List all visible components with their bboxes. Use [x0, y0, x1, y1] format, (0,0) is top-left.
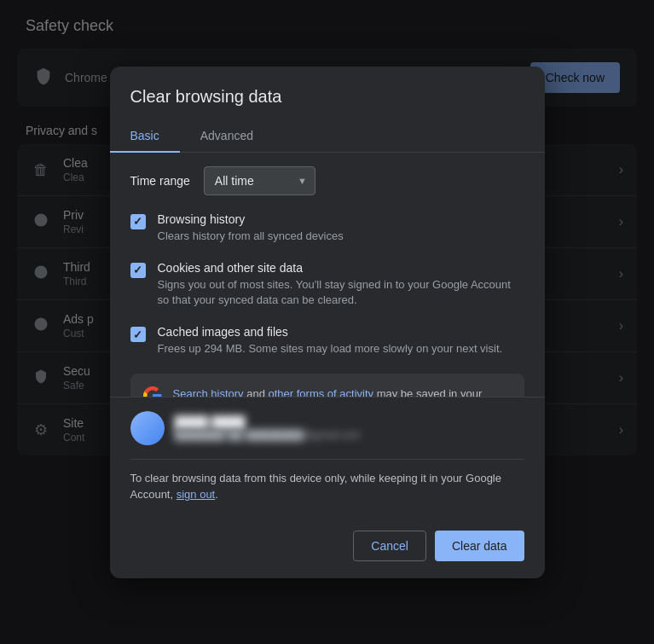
- dialog-tabs: Basic Advanced: [110, 120, 545, 153]
- sign-out-link[interactable]: sign out: [177, 488, 216, 501]
- dialog-content: Time range All time Last hour Last 24 ho…: [110, 153, 545, 397]
- cookies-text: Cookies and other site data Signs you ou…: [158, 261, 524, 308]
- cookies-description: Signs you out of most sites. You'll stay…: [158, 277, 524, 308]
- dialog-overlay: Clear browsing data Basic Advanced Time …: [0, 0, 654, 644]
- info-box-text: Search history and other forms of activi…: [173, 386, 512, 396]
- cookies-label: Cookies and other site data: [158, 261, 524, 275]
- user-info: ████ ████ ███████ ██ ████████@gmail.com: [175, 415, 524, 441]
- time-range-label: Time range: [130, 174, 190, 188]
- google-g-icon: [142, 386, 163, 396]
- search-history-link[interactable]: Search history: [173, 387, 244, 396]
- time-range-select-wrapper: All time Last hour Last 24 hours Last 7 …: [204, 166, 315, 195]
- cookies-checkbox[interactable]: [130, 263, 146, 278]
- cached-images-checkbox-item: Cached images and files Frees up 294 MB.…: [130, 325, 524, 357]
- time-range-select[interactable]: All time Last hour Last 24 hours Last 7 …: [204, 166, 315, 195]
- cookies-checkbox-item: Cookies and other site data Signs you ou…: [130, 261, 524, 308]
- browsing-history-checkbox-item: Browsing history Clears history from all…: [130, 212, 524, 244]
- clear-data-button[interactable]: Clear data: [435, 531, 524, 561]
- dialog-title: Clear browsing data: [110, 67, 545, 107]
- tab-basic[interactable]: Basic: [110, 120, 180, 153]
- time-range-row: Time range All time Last hour Last 24 ho…: [130, 166, 524, 195]
- clear-browsing-data-dialog: Clear browsing data Basic Advanced Time …: [110, 67, 545, 578]
- other-activity-link[interactable]: other forms of activity: [269, 387, 374, 396]
- avatar-image: [130, 411, 165, 445]
- sign-out-text: To clear browsing data from this device …: [110, 460, 545, 520]
- tab-advanced[interactable]: Advanced: [180, 120, 274, 153]
- browsing-history-checkbox[interactable]: [130, 214, 146, 229]
- cached-images-description: Frees up 294 MB. Some sites may load mor…: [158, 341, 524, 357]
- browsing-history-label: Browsing history: [158, 212, 524, 226]
- user-section: ████ ████ ███████ ██ ████████@gmail.com: [110, 397, 545, 459]
- browsing-history-text: Browsing history Clears history from all…: [158, 212, 524, 244]
- cached-images-checkbox[interactable]: [130, 327, 146, 342]
- user-email: ███████ ██ ████████@gmail.com: [175, 429, 524, 441]
- dialog-footer: Cancel Clear data: [110, 520, 545, 578]
- user-name: ████ ████: [175, 415, 524, 429]
- cached-images-text: Cached images and files Frees up 294 MB.…: [158, 325, 524, 357]
- google-account-info-box: Search history and other forms of activi…: [130, 374, 524, 396]
- avatar: [130, 411, 165, 445]
- cached-images-label: Cached images and files: [158, 325, 524, 339]
- cancel-button[interactable]: Cancel: [353, 531, 426, 561]
- browsing-history-description: Clears history from all synced devices: [158, 229, 524, 244]
